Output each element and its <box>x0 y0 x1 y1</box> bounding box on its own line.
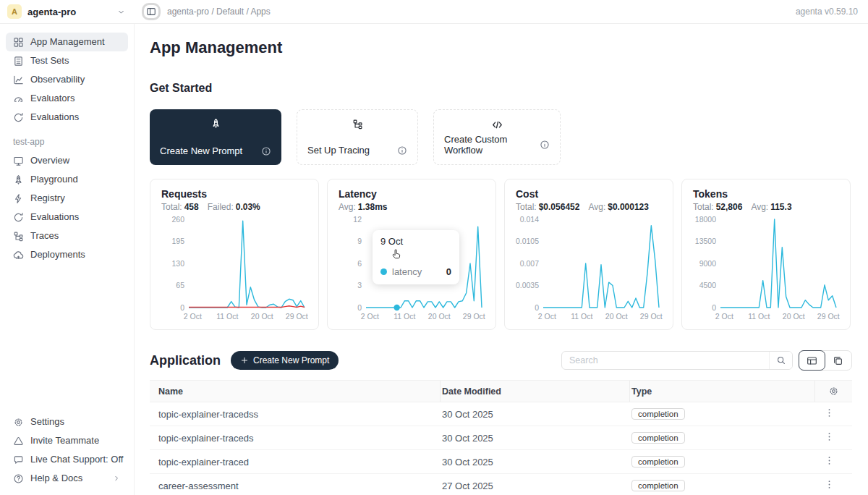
search-input[interactable] <box>562 355 769 365</box>
sidebar-item-label: Evaluators <box>30 93 75 104</box>
hovered-point-marker <box>393 305 399 310</box>
table-settings-gear-icon[interactable] <box>828 386 839 397</box>
svg-text:9: 9 <box>357 237 362 245</box>
view-toggle <box>799 350 852 371</box>
sidebar-item-evaluations[interactable]: Evaluations <box>6 108 128 127</box>
sidebar-toggle-button[interactable] <box>142 3 161 20</box>
svg-text:29 Oct: 29 Oct <box>463 312 485 321</box>
sidebar-item-label: Registry <box>30 192 65 204</box>
svg-text:29 Oct: 29 Oct <box>817 312 840 321</box>
workspace-name: agenta-pro <box>27 7 76 17</box>
table-view-button[interactable] <box>799 350 825 371</box>
sidebar-item-app-evaluations[interactable]: Evaluations <box>6 208 128 227</box>
sidebar-item-label: Deployments <box>30 249 85 261</box>
svg-text:18000: 18000 <box>695 215 716 224</box>
table-row[interactable]: topic-explainer-traceds30 Oct 2025comple… <box>150 426 852 450</box>
top-bar: A agenta-pro agenta-pro / Default / Apps… <box>0 0 868 24</box>
get-started-card-label: Create Custom Workflow <box>444 134 534 156</box>
sidebar-footer: SettingsInvite TeammateLive Chat Support… <box>0 412 134 488</box>
table-row[interactable]: topic-explainer-traced30 Oct 2025complet… <box>150 450 852 474</box>
sidebar-item-label: Overview <box>30 155 69 166</box>
gauge-icon <box>13 93 24 104</box>
table-header: Name Date Modified Type <box>150 381 852 402</box>
get-started-card-set-up-tracing[interactable]: Set Up Tracing <box>297 109 418 165</box>
date-modified-cell: 30 Oct 2025 <box>441 457 630 468</box>
card-view-button[interactable] <box>825 351 851 370</box>
row-actions-button[interactable] <box>820 430 839 446</box>
sidebar-item-app-overview[interactable]: Overview <box>6 151 128 170</box>
info-icon[interactable] <box>540 140 550 150</box>
date-modified-cell: 30 Oct 2025 <box>441 433 630 444</box>
svg-text:195: 195 <box>171 237 184 245</box>
monitor-icon <box>13 156 24 166</box>
metric-card-latency: LatencyAvg:1.38ms0369122 Oct11 Oct20 Oct… <box>327 179 496 330</box>
svg-text:11 Oct: 11 Oct <box>393 312 415 321</box>
column-header-date-modified[interactable]: Date Modified <box>441 381 630 402</box>
sidebar-item-evaluators[interactable]: Evaluators <box>6 89 128 108</box>
sidebar-item-help-docs[interactable]: Help & Docs <box>6 469 128 488</box>
svg-text:29 Oct: 29 Oct <box>286 312 308 321</box>
sidebar: App ManagementTest SetsObservabilityEval… <box>0 24 135 495</box>
metric-title: Latency <box>339 188 485 200</box>
table-body: topic-explainer-tracedss30 Oct 2025compl… <box>150 402 852 495</box>
page-title: App Management <box>150 38 852 57</box>
get-started-card-label: Create New Prompt <box>160 145 242 156</box>
refresh-icon <box>13 112 24 123</box>
svg-text:0: 0 <box>357 303 362 312</box>
sidebar-item-invite-teammate[interactable]: Invite Teammate <box>6 431 128 450</box>
sidebar-item-live-chat-support-off[interactable]: Live Chat Support: Off <box>6 450 128 469</box>
row-actions-button[interactable] <box>820 454 839 470</box>
chevron-right-icon <box>112 474 121 483</box>
sidebar-item-app-management[interactable]: App Management <box>6 33 128 51</box>
svg-text:3: 3 <box>357 281 362 289</box>
get-started-card-create-new-prompt[interactable]: Create New Prompt <box>150 109 281 165</box>
sidebar-item-label: Invite Teammate <box>30 435 99 447</box>
column-header-name[interactable]: Name <box>150 381 441 402</box>
sidebar-item-app-playground[interactable]: Playground <box>6 170 128 189</box>
sidebar-app-section-label: test-app <box>13 137 134 147</box>
row-actions-button[interactable] <box>820 478 839 494</box>
tokens-chart[interactable]: 04500900013500180002 Oct11 Oct20 Oct29 O… <box>693 215 841 322</box>
sidebar-item-app-registry[interactable]: Registry <box>6 189 128 208</box>
table-row[interactable]: topic-explainer-tracedss30 Oct 2025compl… <box>150 402 852 426</box>
type-badge: completion <box>631 432 685 444</box>
chat-icon <box>13 454 24 465</box>
create-new-prompt-button[interactable]: Create New Prompt <box>231 351 339 370</box>
svg-text:20 Oct: 20 Oct <box>251 312 273 321</box>
workspace-selector[interactable]: A agenta-pro <box>0 4 135 19</box>
sidebar-item-settings[interactable]: Settings <box>6 412 128 431</box>
sidebar-item-label: Settings <box>30 416 64 428</box>
grid-icon <box>13 37 24 48</box>
svg-text:0: 0 <box>712 303 716 312</box>
sidebar-item-label: Evaluations <box>30 111 79 123</box>
sidebar-item-label: Evaluations <box>30 211 79 223</box>
get-started-card-create-custom-workflow[interactable]: Create Custom Workflow <box>433 109 561 165</box>
table-row[interactable]: career-assessment27 Oct 2025completion <box>150 474 852 495</box>
search-button[interactable] <box>769 352 792 369</box>
app-name-cell: topic-explainer-traced <box>150 457 441 468</box>
metric-card-tokens: TokensTotal:52,806Avg:115.30450090001350… <box>681 179 851 330</box>
type-badge: completion <box>631 408 685 420</box>
sidebar-item-app-traces[interactable]: Traces <box>6 227 128 245</box>
cost-chart[interactable]: 00.00350.0070.01050.0142 Oct11 Oct20 Oct… <box>516 215 663 322</box>
type-badge: completion <box>631 480 685 491</box>
sidebar-item-app-deployments[interactable]: Deployments <box>6 245 128 264</box>
svg-text:0.007: 0.007 <box>520 259 539 268</box>
search-icon <box>776 355 786 365</box>
row-actions-button[interactable] <box>820 406 839 422</box>
sidebar-item-label: Test Sets <box>30 55 69 67</box>
svg-text:0.0105: 0.0105 <box>516 237 539 245</box>
table-view-icon <box>807 355 817 366</box>
sidebar-item-observability[interactable]: Observability <box>6 70 128 89</box>
sidebar-item-test-sets[interactable]: Test Sets <box>6 51 128 70</box>
column-header-type[interactable]: Type <box>630 381 815 402</box>
info-icon[interactable] <box>397 145 407 156</box>
requests-chart[interactable]: 0651301952602 Oct11 Oct20 Oct29 Oct <box>161 215 309 322</box>
help-icon <box>13 473 24 484</box>
svg-text:65: 65 <box>176 281 184 289</box>
rocket-icon <box>13 174 24 185</box>
rocket-icon <box>160 118 271 129</box>
info-icon[interactable] <box>261 146 271 156</box>
version-label: agenta v0.59.10 <box>796 7 868 17</box>
type-cell: completion <box>630 432 815 444</box>
